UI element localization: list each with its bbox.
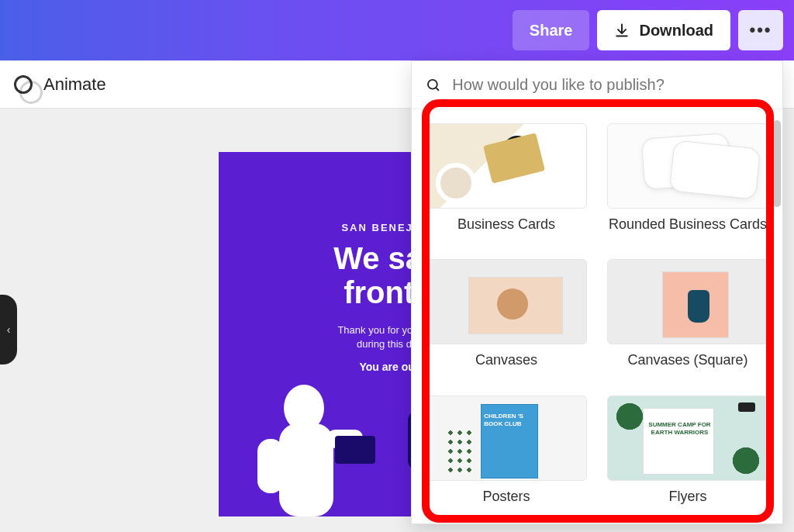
publish-label: Posters [426, 489, 587, 505]
publish-label: Canvases (Square) [607, 352, 768, 368]
publish-label: Rounded Business Cards [607, 216, 768, 233]
publish-label: Business Cards [426, 216, 587, 233]
svg-rect-2 [257, 439, 284, 493]
publish-search-input[interactable] [452, 76, 768, 94]
share-label: Share [530, 22, 573, 40]
publish-item-canvases[interactable]: Canvases [426, 259, 587, 381]
svg-rect-1 [279, 423, 333, 516]
publish-scrollbar[interactable] [773, 120, 781, 207]
svg-rect-4 [335, 436, 375, 464]
animate-icon [14, 75, 33, 94]
publish-search-row [412, 61, 782, 109]
more-icon: ••• [749, 20, 772, 40]
thumbnail-rounded-business-cards [607, 123, 768, 209]
svg-line-10 [436, 87, 439, 90]
thumbnail-business-cards [426, 123, 587, 209]
svg-point-9 [428, 79, 437, 88]
thumbnail-canvases [426, 259, 587, 344]
more-button[interactable]: ••• [738, 10, 783, 50]
publish-item-canvases-square[interactable]: Canvases (Square) [607, 259, 768, 381]
download-label: Download [639, 22, 713, 40]
download-button[interactable]: Download [597, 10, 730, 50]
thumbnail-flyers [607, 396, 768, 481]
publish-item-flyers[interactable]: Flyers [607, 396, 768, 517]
publish-item-rounded-business-cards[interactable]: Rounded Business Cards [607, 123, 768, 245]
publish-item-posters[interactable]: Posters [426, 396, 587, 517]
publish-grid: Business Cards Rounded Business Cards Ca… [412, 109, 782, 523]
thumbnail-canvases-square [607, 259, 768, 344]
publish-label: Flyers [607, 489, 768, 505]
animate-button[interactable]: Animate [14, 74, 106, 95]
side-panel-handle[interactable] [0, 295, 17, 364]
publish-item-business-cards[interactable]: Business Cards [426, 123, 587, 245]
download-icon [614, 22, 630, 38]
share-button[interactable]: Share [513, 10, 590, 50]
search-icon [426, 77, 441, 94]
animate-label: Animate [43, 74, 106, 95]
publish-panel: Business Cards Rounded Business Cards Ca… [411, 60, 783, 524]
top-bar: Share Download ••• [0, 0, 794, 60]
publish-label: Canvases [426, 352, 587, 368]
thumbnail-posters [426, 396, 587, 481]
